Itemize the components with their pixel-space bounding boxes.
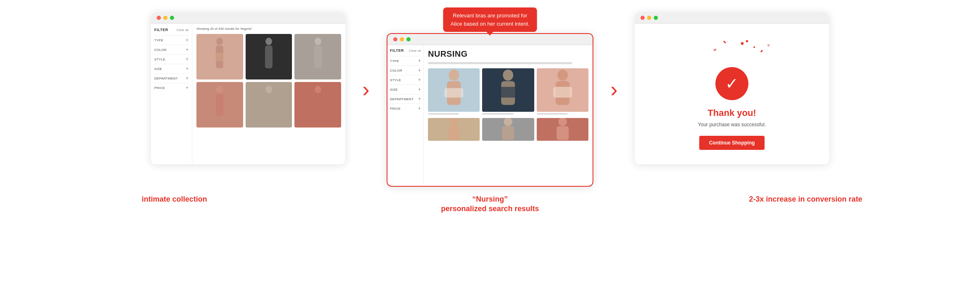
filter-item-color-2[interactable]: COLOR + xyxy=(390,65,421,75)
confetti-7 xyxy=(760,50,763,52)
thankyou-content: ✓ Thank you! Your purchase was successfu… xyxy=(635,24,829,164)
svg-point-7 xyxy=(216,86,223,93)
nursing-card-2-4[interactable] xyxy=(428,118,480,141)
filter-header-2: FILTER Clear all xyxy=(390,48,421,53)
main-row: FILTER Clear all TYPE + COLOR + STYLE + xyxy=(17,8,963,187)
product-card-1-2[interactable] xyxy=(246,34,292,79)
checkmark-icon: ✓ xyxy=(725,76,739,91)
filter-item-dept-1[interactable]: DEPARTMENT + xyxy=(154,73,189,83)
svg-rect-16 xyxy=(445,88,464,98)
filter-plus-dept-1: + xyxy=(186,75,189,81)
browser-window-1: FILTER Clear all TYPE + COLOR + STYLE + xyxy=(151,12,345,164)
filter-label-style-1: STYLE xyxy=(154,58,165,61)
filter-item-style-2[interactable]: STYLE + xyxy=(390,75,421,84)
filter-label-price-1: PRICE xyxy=(154,86,165,90)
filter-label-price-2: PRICE xyxy=(390,107,401,111)
filter-plus-color-1: + xyxy=(186,47,189,53)
filter-plus-size-1: + xyxy=(186,66,189,72)
filter-item-size-1[interactable]: SIZE + xyxy=(154,64,189,73)
svg-rect-24 xyxy=(553,87,572,98)
filter-plus-type-1: + xyxy=(186,37,189,43)
filter-sidebar-1: FILTER Clear all TYPE + COLOR + STYLE + xyxy=(151,24,192,164)
dot-green-2 xyxy=(406,37,411,41)
svg-rect-6 xyxy=(314,46,322,68)
filter-item-dept-2[interactable]: DEPARTMENT + xyxy=(390,94,421,103)
browser-window-2: FILTER Clear all TYPE + COLOR + STYLE + xyxy=(387,33,593,187)
label-2-line2: personalized search results xyxy=(332,205,648,213)
titlebar-1 xyxy=(151,12,345,24)
filter-label-dept-2: DEPARTMENT xyxy=(390,97,414,101)
filter-label-style-2: STYLE xyxy=(390,78,401,82)
filter-plus-size-2: + xyxy=(418,87,421,92)
filter-header-1: FILTER Clear all xyxy=(154,28,189,32)
confetti-4 xyxy=(723,41,726,43)
filter-plus-price-1: + xyxy=(186,85,189,91)
product-card-1-4[interactable] xyxy=(196,82,243,128)
product-card-1-3[interactable] xyxy=(294,34,341,79)
price-bars-row1 xyxy=(428,113,588,115)
arrow-1-container: › xyxy=(345,12,387,100)
svg-point-0 xyxy=(216,38,223,45)
filter-plus-color-2: + xyxy=(418,67,421,73)
nursing-card-2-1[interactable] xyxy=(428,68,480,112)
filter-item-price-1[interactable]: PRICE + xyxy=(154,83,189,92)
label-block-2: “Nursing” personalized search results xyxy=(332,194,648,213)
product-img-1-1 xyxy=(196,34,243,79)
filter-item-color-1[interactable]: COLOR + xyxy=(154,45,189,54)
product-card-1-5[interactable] xyxy=(246,82,292,128)
titlebar-2 xyxy=(387,34,593,45)
thankyou-subtitle: Your purchase was successful. xyxy=(698,122,766,128)
filter-item-price-2[interactable]: PRICE + xyxy=(390,103,421,113)
product-img-1-2 xyxy=(246,34,292,79)
svg-rect-4 xyxy=(265,46,272,68)
dot-yellow-1 xyxy=(163,16,167,20)
filter-plus-dept-2: + xyxy=(418,96,421,102)
confetti-3 xyxy=(753,46,755,48)
success-circle: ✓ xyxy=(715,67,748,100)
filter-item-style-1[interactable]: STYLE + xyxy=(154,54,189,64)
main-content-1: Showing 20 of 334 results for 'lingerie' xyxy=(192,24,345,164)
product-card-1-1[interactable] xyxy=(196,34,243,79)
nursing-content: NURSING xyxy=(424,45,593,186)
tooltip-arrow xyxy=(486,31,494,36)
dot-red-1 xyxy=(157,16,161,20)
confetti-5 xyxy=(767,44,770,47)
dot-green-1 xyxy=(170,16,174,20)
tooltip-bubble: Relevant bras are promoted for Alice bas… xyxy=(443,7,537,32)
filter-label-type-2: TYPE xyxy=(390,59,399,63)
browser-1-wrapper: FILTER Clear all TYPE + COLOR + STYLE + xyxy=(151,12,345,164)
label-1-text: intimate collection xyxy=(17,194,332,205)
svg-point-22 xyxy=(557,70,568,81)
confetti-2 xyxy=(746,40,748,42)
filter-label-color-2: COLOR xyxy=(390,69,402,72)
filter-clear-1[interactable]: Clear all xyxy=(177,28,189,32)
continue-shopping-button[interactable]: Continue Shopping xyxy=(699,136,765,150)
nursing-bar xyxy=(428,62,572,64)
arrow-1-icon: › xyxy=(362,79,369,100)
filter-item-type-1[interactable]: TYPE + xyxy=(154,35,189,45)
thankyou-title: Thank you! xyxy=(708,108,756,118)
dot-yellow-2 xyxy=(400,37,404,41)
product-card-1-6[interactable] xyxy=(294,82,341,128)
nursing-card-2-5[interactable] xyxy=(482,118,534,141)
nursing-card-2-2[interactable] xyxy=(482,68,534,112)
nursing-card-2-6[interactable] xyxy=(537,118,588,141)
filter-clear-2[interactable]: Clear all xyxy=(409,49,421,53)
filter-item-size-2[interactable]: SIZE + xyxy=(390,84,421,94)
results-text-1: Showing 20 of 334 results for 'lingerie' xyxy=(196,27,341,31)
titlebar-3 xyxy=(635,12,829,24)
confetti-area xyxy=(643,38,821,63)
product-img-1-6 xyxy=(294,82,341,128)
filter-item-type-2[interactable]: TYPE + xyxy=(390,56,421,65)
browser-content-2: FILTER Clear all TYPE + COLOR + STYLE + xyxy=(387,45,593,186)
filter-label-color-1: COLOR xyxy=(154,48,167,52)
labels-row: intimate collection “Nursing” personaliz… xyxy=(17,194,963,213)
filter-plus-price-2: + xyxy=(418,106,421,111)
nursing-card-2-3[interactable] xyxy=(537,68,588,112)
tooltip-line2: Alice based on her current intent. xyxy=(451,21,530,27)
svg-point-5 xyxy=(315,38,321,45)
confetti-6 xyxy=(713,48,717,51)
label-3-text: 2-3x increase in conversion rate xyxy=(648,194,963,205)
product-img-1-5 xyxy=(246,82,292,128)
svg-rect-33 xyxy=(557,126,569,140)
